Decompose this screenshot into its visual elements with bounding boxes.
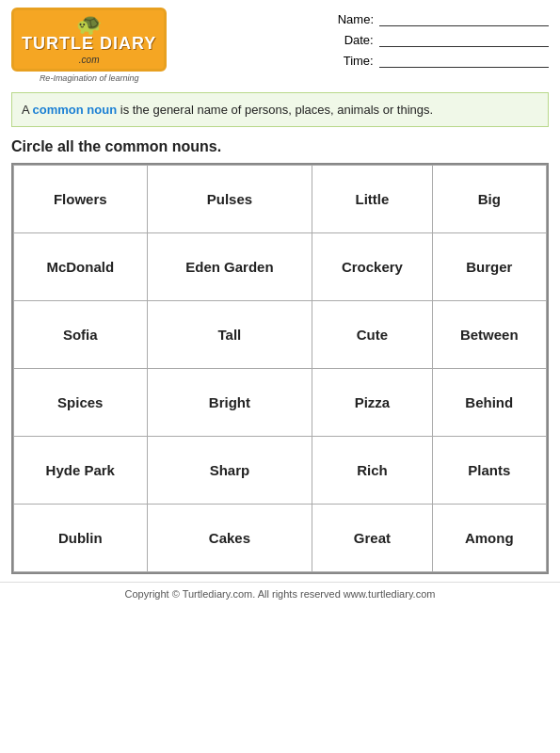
table-cell: Cakes [147,505,312,572]
logo-box: 🐢 TURTLE DIARY .com [11,8,167,72]
table-row: Hyde ParkSharpRichPlants [14,437,547,505]
name-input[interactable] [379,11,549,26]
table-cell: Plants [432,437,546,505]
table-row: SofiaTallCuteBetween [14,301,547,369]
time-row: Time: [338,53,549,68]
date-label: Date: [338,33,374,47]
table-cell: Sofia [14,301,148,369]
info-prefix: A [22,103,33,117]
info-box: A common noun is the general name of per… [11,92,549,128]
time-label: Time: [338,54,374,68]
header: 🐢 TURTLE DIARY .com Re-Imagination of le… [0,0,560,87]
table-cell: Great [312,505,432,572]
table-cell: Among [432,505,546,572]
table-row: DublinCakesGreatAmong [14,505,547,572]
table-cell: Bright [147,369,312,437]
dotcom: .com [79,55,100,65]
tagline: Re-Imagination of learning [40,73,139,83]
table-cell: Flowers [14,166,148,233]
instruction: Circle all the common nouns. [0,133,560,159]
table-row: McDonaldEden GardenCrockeryBurger [14,233,547,301]
logo-area: 🐢 TURTLE DIARY .com Re-Imagination of le… [11,8,167,83]
table-row: FlowersPulsesLittleBig [14,166,547,233]
time-input[interactable] [379,53,549,68]
nouns-table: FlowersPulsesLittleBigMcDonaldEden Garde… [13,165,547,572]
table-cell: Little [312,166,432,233]
table-cell: Cute [312,301,432,369]
table-cell: Burger [432,233,546,301]
info-suffix: is the general name of persons, places, … [117,103,433,117]
footer: Copyright © Turtlediary.com. All rights … [0,582,560,607]
table-cell: McDonald [14,233,148,301]
table-cell: Crockery [312,233,432,301]
date-input[interactable] [379,32,549,47]
table-cell: Sharp [147,437,312,505]
table-cell: Pulses [147,166,312,233]
table-cell: Hyde Park [14,437,148,505]
brand-name: TURTLE DIARY [22,35,156,54]
table-row: SpicesBrightPizzaBehind [14,369,547,437]
table-cell: Between [432,301,546,369]
table-cell: Behind [432,369,546,437]
table-cell: Rich [312,437,432,505]
turtle-icon: 🐢 [76,14,102,35]
name-row: Name: [338,11,549,26]
table-cell: Eden Garden [147,233,312,301]
table-cell: Dublin [14,505,148,572]
date-row: Date: [338,32,549,47]
table-cell: Spices [14,369,148,437]
table-cell: Big [432,166,546,233]
common-noun-highlight: common noun [33,103,118,117]
form-fields: Name: Date: Time: [338,8,549,68]
table-cell: Pizza [312,369,432,437]
table-cell: Tall [147,301,312,369]
name-label: Name: [338,12,374,26]
table-container: FlowersPulsesLittleBigMcDonaldEden Garde… [11,163,549,574]
